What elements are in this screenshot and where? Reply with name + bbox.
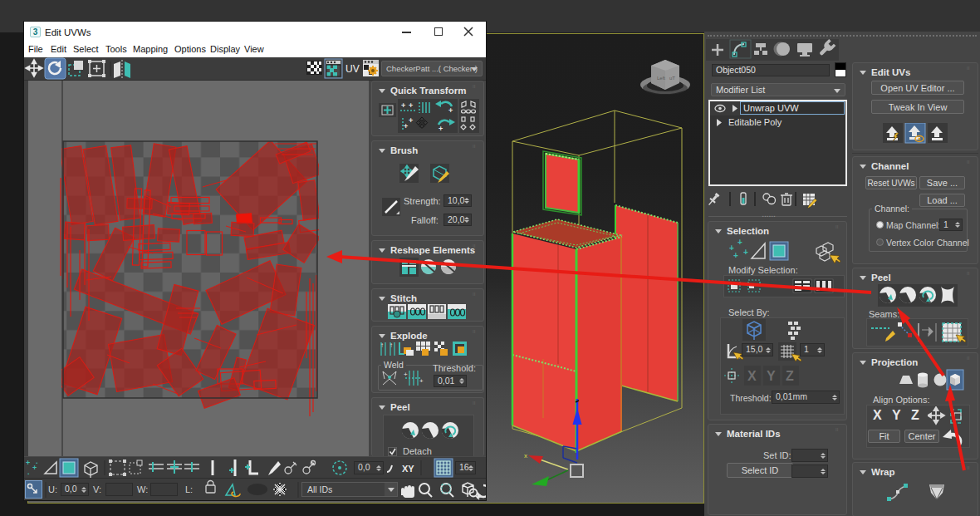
svg-text:.: . [27,468,30,476]
svg-text:+: + [409,101,413,110]
svg-text:UV: UV [345,63,360,75]
svg-text:↑: ↑ [390,342,393,349]
svg-text:Left: Left [657,76,665,81]
svg-text:+: + [743,248,748,257]
svg-text:x: x [524,452,527,459]
svg-text:+: + [404,122,408,130]
svg-text:.: . [36,457,38,465]
svg-text:X: X [747,369,757,383]
svg-text:Z: Z [786,369,794,383]
svg-text:+: + [439,125,443,133]
svg-text:+: + [737,238,742,247]
svg-text:+: + [404,371,408,378]
svg-text:↑: ↑ [380,342,384,349]
svg-text:uT: uT [669,76,675,81]
svg-text:XY: XY [402,464,414,474]
svg-text:+: + [26,459,30,467]
svg-text:+: + [448,106,453,115]
svg-text:Y: Y [767,369,776,383]
svg-text:+: + [401,101,405,110]
svg-text:+: + [733,251,738,260]
svg-text:+: + [409,116,413,125]
svg-text:+: + [419,377,424,385]
